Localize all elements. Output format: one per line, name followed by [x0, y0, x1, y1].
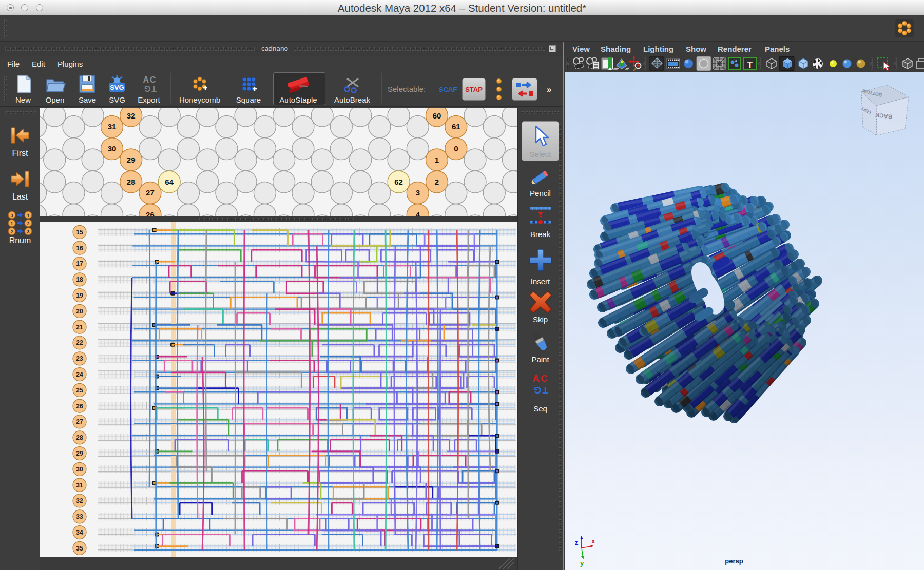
svg-text:31: 31: [76, 482, 83, 489]
svg-text:21: 21: [76, 324, 83, 331]
svg-text:30: 30: [108, 144, 117, 153]
svg-text:19: 19: [76, 292, 83, 299]
svg-text:60: 60: [433, 111, 441, 120]
svg-text:25: 25: [76, 387, 83, 394]
svg-text:z: z: [575, 539, 579, 546]
svg-text:1: 1: [435, 155, 439, 164]
svg-text:61: 61: [452, 122, 460, 131]
svg-text:31: 31: [108, 122, 117, 131]
svg-text:23: 23: [76, 355, 83, 362]
svg-text:T: T: [747, 60, 753, 70]
svg-text:1: 1: [27, 213, 29, 218]
svg-text:22: 22: [76, 339, 83, 346]
svg-text:26: 26: [76, 403, 83, 410]
svg-text:AC: AC: [532, 373, 548, 384]
svg-text:20: 20: [76, 308, 83, 315]
svg-text:28: 28: [76, 434, 83, 441]
svg-text:3: 3: [27, 229, 29, 234]
svg-text:24: 24: [76, 371, 83, 378]
svg-text:TG: TG: [533, 385, 548, 396]
svg-text:26: 26: [146, 210, 155, 216]
svg-text:27: 27: [76, 418, 83, 425]
svg-text:SVG: SVG: [110, 84, 124, 91]
svg-text:17: 17: [76, 260, 83, 267]
svg-text:3: 3: [416, 188, 420, 197]
svg-text:0: 0: [454, 144, 458, 153]
svg-text:35: 35: [76, 545, 83, 552]
svg-text:2: 2: [10, 229, 13, 234]
svg-text:27: 27: [146, 188, 155, 197]
svg-text:2: 2: [435, 178, 439, 186]
svg-text:32: 32: [127, 111, 136, 120]
svg-text:18: 18: [76, 276, 83, 283]
svg-text:2: 2: [27, 221, 29, 226]
svg-text:1: 1: [10, 221, 13, 226]
svg-text:29: 29: [76, 450, 83, 457]
svg-text:32: 32: [76, 497, 83, 504]
svg-text:30: 30: [76, 466, 83, 473]
svg-text:3: 3: [10, 213, 13, 218]
svg-text:62: 62: [394, 178, 403, 186]
svg-text:16: 16: [76, 245, 83, 252]
svg-text:x: x: [591, 537, 595, 545]
svg-text:29: 29: [127, 155, 136, 164]
svg-text:33: 33: [76, 513, 83, 520]
svg-text:TG: TG: [143, 84, 157, 93]
svg-text:28: 28: [127, 178, 136, 186]
svg-text:15: 15: [76, 229, 83, 236]
svg-text:64: 64: [165, 178, 174, 186]
svg-text:persp: persp: [725, 557, 743, 565]
svg-text:AC: AC: [143, 75, 157, 84]
svg-text:y: y: [580, 559, 584, 567]
svg-text:34: 34: [76, 529, 83, 536]
svg-text:4: 4: [416, 210, 420, 216]
